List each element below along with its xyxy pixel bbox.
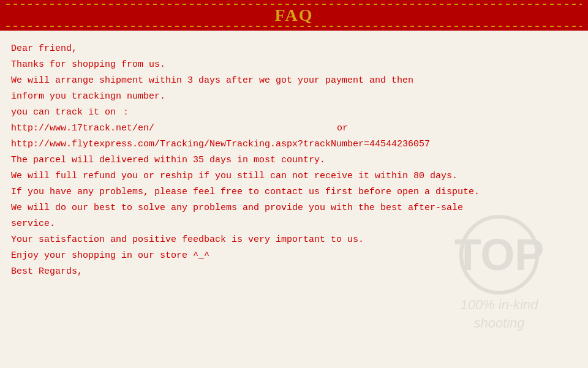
- faq-content: Dear friend, Thanks for shopping from us…: [0, 31, 588, 287]
- line-9: We will full refund you or reship if you…: [11, 169, 577, 184]
- line-5: you can track it on ：: [11, 105, 577, 120]
- line-10: If you have any problems, please feel fr…: [11, 185, 577, 200]
- line-8: The parcel will delivered within 35 days…: [11, 153, 577, 168]
- line-7: http://www.flytexpress.com/Tracking/NewT…: [11, 137, 577, 152]
- line-11: We will do our best to solve any problem…: [11, 201, 577, 216]
- watermark-bottom-2: shooting: [459, 315, 539, 331]
- line-3: We will arrange shipment within 3 days a…: [11, 73, 577, 88]
- line-4: inform you trackingn number.: [11, 89, 577, 104]
- line-15: Best Regards,: [11, 265, 577, 279]
- line-6b: or: [337, 123, 348, 133]
- line-14: Enjoy your shopping in our store ^_^: [11, 249, 577, 263]
- line-6a: http://www.17track.net/en/: [11, 123, 154, 133]
- watermark-bottom-1: 100% in-kind: [459, 297, 539, 313]
- line-13: Your satisfaction and positive feedback …: [11, 233, 577, 247]
- faq-title: FAQ: [274, 6, 313, 25]
- line-2: Thanks for shopping from us.: [11, 58, 577, 72]
- faq-header: FAQ: [0, 0, 588, 31]
- line-1: Dear friend,: [11, 42, 577, 56]
- line-12: service.: [11, 217, 577, 231]
- line-6: http://www.17track.net/en/ or: [11, 121, 577, 136]
- page-wrapper: FAQ Dear friend, Thanks for shopping fro…: [0, 0, 588, 368]
